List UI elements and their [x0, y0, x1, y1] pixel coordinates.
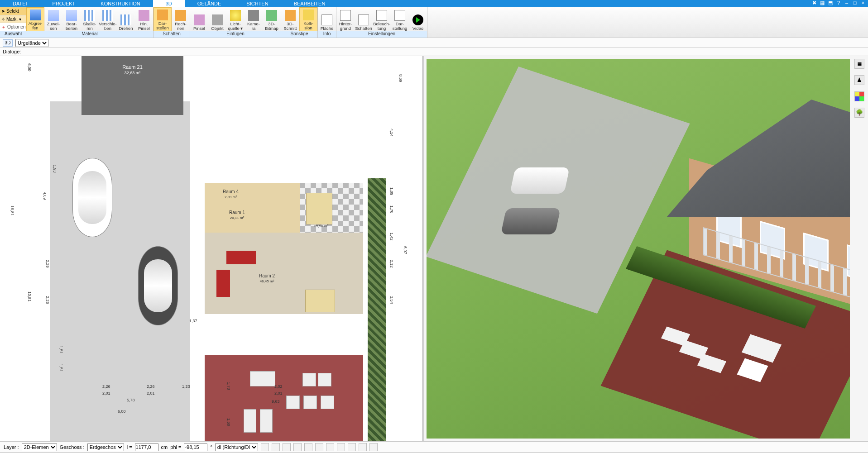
storey-select[interactable]: Erdgeschos	[87, 443, 124, 451]
plan-lounger	[302, 373, 316, 386]
btn-hintergrund[interactable]: Hinter-grund	[336, 7, 355, 31]
btn-abgreifen[interactable]: Abgrei-fen	[26, 7, 44, 31]
help-icon[interactable]: ?	[835, 0, 842, 7]
ribbon-group-label: Sonstige	[281, 31, 317, 38]
mode-select[interactable]: dl (Richtung/Di	[215, 443, 258, 451]
dim-label: 1,42	[389, 233, 394, 241]
btn-bearbeiten[interactable]: Bear-beiten	[62, 7, 81, 31]
tool-icon[interactable]	[283, 443, 291, 451]
btn-3d-schnitt[interactable]: 3D-Schnitt	[281, 7, 299, 31]
btn-flaeche[interactable]: Fläche	[318, 7, 336, 31]
dim-label: 2,26	[147, 384, 155, 389]
room-area: 32,63 m²	[125, 71, 141, 75]
plan-table	[306, 193, 332, 224]
render-car	[501, 208, 561, 234]
btn-rechnen[interactable]: Rech-nen	[172, 7, 190, 31]
btn-drehen[interactable]: Drehen	[117, 7, 135, 31]
tree-icon[interactable]: 🌳	[854, 108, 864, 118]
phi-input[interactable]	[184, 443, 207, 451]
dim-label: 4,69	[43, 192, 47, 200]
tool-icon[interactable]: ✖	[811, 0, 817, 7]
ribbon-group-label: Auswahl	[5, 31, 22, 36]
tab-bearbeiten[interactable]: BEARBEITEN	[281, 0, 338, 7]
terrain-select[interactable]: Urgelände	[15, 39, 48, 47]
layers-icon[interactable]: ≣	[854, 59, 864, 69]
btn-hin-pinsel[interactable]: Hin.Pinsel	[135, 7, 153, 31]
btn-licht[interactable]: Licht-quelle ▾	[226, 7, 245, 31]
view-3d[interactable]	[427, 59, 850, 439]
btn-pinsel[interactable]: Pinsel	[190, 7, 208, 31]
tool-icon[interactable]	[315, 443, 323, 451]
chair-icon[interactable]: ♟	[854, 75, 864, 85]
btn-verschieben[interactable]: Verschie-ben	[99, 7, 117, 31]
btn-schatten[interactable]: Schatten	[355, 7, 373, 31]
dim-label: 2,26	[102, 384, 110, 389]
options-button[interactable]: ＋Optionen	[0, 23, 26, 31]
view-2d[interactable]: Raum 21 32,63 m² Raum 42,89 m² Raum 120,…	[0, 56, 424, 441]
tool-icon[interactable]	[359, 443, 367, 451]
btn-beleuchtung[interactable]: Beleuch-tung	[373, 7, 391, 31]
plan-terrace	[205, 355, 363, 441]
layer-label: Layer :	[4, 444, 19, 450]
tool-icon[interactable]: ▦	[819, 0, 825, 7]
ribbon-group-sonstige: 3D-Schnitt Kolli-sion Sonstige	[281, 7, 318, 38]
tool-icon[interactable]	[272, 443, 280, 451]
dim-label: 1,51	[59, 364, 63, 372]
tool-icon[interactable]	[337, 443, 345, 451]
btn-objekt[interactable]: Objekt	[208, 7, 226, 31]
dim-label: 1,60	[226, 418, 231, 426]
tool-icon[interactable]: ⬒	[827, 0, 834, 7]
layer-select[interactable]: 2D-Elemen	[22, 443, 57, 451]
room-label: Raum 21	[122, 64, 143, 70]
minimize-icon[interactable]: –	[844, 0, 850, 7]
tool-icon[interactable]	[304, 443, 312, 451]
length-label: l =	[127, 444, 132, 450]
ribbon-group-label: Einstellungen	[336, 31, 427, 38]
dim-label: 6,97	[403, 246, 408, 254]
btn-darstellen[interactable]: Dar-stellen	[153, 7, 172, 31]
dim-label: 1,37	[189, 319, 197, 323]
mark-button[interactable]: ✧Mark. ▾	[0, 15, 26, 24]
btn-darstellung[interactable]: Dar-stellung	[391, 7, 409, 31]
plan-lounger	[318, 373, 331, 386]
tab-sichten[interactable]: SICHTEN	[234, 0, 281, 7]
tool-icon[interactable]	[326, 443, 334, 451]
dim-label: 1,76	[389, 205, 394, 214]
tool-icon[interactable]	[293, 443, 302, 451]
ribbon-group-info: Fläche Info	[318, 7, 336, 38]
dim-label: 2,29	[45, 260, 50, 268]
select-button[interactable]: ➤Selekt	[0, 7, 26, 15]
dim-label: 3,54	[389, 296, 394, 304]
maximize-icon[interactable]: □	[852, 0, 858, 7]
dim-label: 2,01	[274, 391, 283, 396]
dim-label: 6,00	[27, 63, 32, 72]
btn-kamera[interactable]: Kame-ra	[245, 7, 263, 31]
plan-sofa	[216, 270, 230, 297]
btn-video[interactable]: Video	[409, 7, 427, 31]
tool-icon[interactable]	[261, 443, 269, 451]
btn-kollision[interactable]: Kolli-sion	[299, 7, 317, 31]
tab-konstruktion[interactable]: KONSTRUKTION	[88, 0, 153, 7]
btn-zuweisen[interactable]: Zuwei-sen	[44, 7, 62, 31]
ribbon-group-label: Info	[318, 31, 336, 38]
btn-bitmap[interactable]: 3D-Bitmap	[263, 7, 281, 31]
plan-table	[305, 290, 335, 312]
tab-projekt[interactable]: PROJEKT	[40, 0, 88, 7]
dim-label: 5,78	[127, 398, 135, 402]
ribbon-group-material: Abgrei-fen Zuwei-sen Bear-beiten Skalie-…	[26, 7, 153, 38]
tool-icon[interactable]	[348, 443, 356, 451]
dim-label: 2,12	[389, 260, 394, 268]
length-input[interactable]	[135, 443, 158, 451]
plan-lounger	[244, 409, 256, 433]
tab-gelaende[interactable]: GELÄNDE	[185, 0, 234, 7]
dim-label: 1,51	[59, 346, 63, 354]
close-icon[interactable]: ×	[860, 0, 866, 7]
btn-skalieren[interactable]: Skalie-ren	[81, 7, 99, 31]
bottom-bar: Layer : 2D-Elemen Geschoss : Erdgeschos …	[0, 441, 868, 452]
tab-datei[interactable]: DATEI	[0, 0, 40, 7]
colors-icon[interactable]	[854, 91, 864, 101]
dim-label: 1,09	[389, 187, 394, 196]
tool-icon[interactable]	[369, 443, 378, 451]
plan-lounger	[250, 371, 275, 386]
tab-3d[interactable]: 3D	[153, 0, 185, 7]
